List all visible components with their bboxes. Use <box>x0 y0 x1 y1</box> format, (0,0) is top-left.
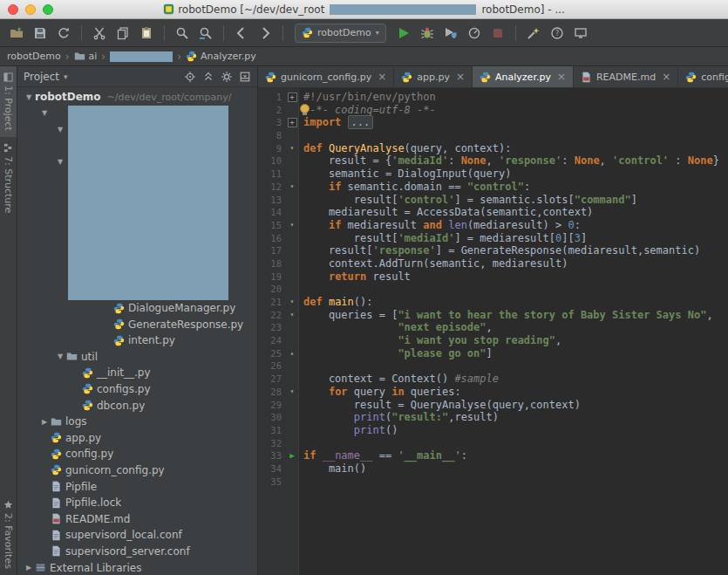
tree-item-pipfile-lock[interactable]: Pipfile.lock <box>17 495 257 511</box>
tree-row-redacted[interactable]: ▼ <box>17 154 257 170</box>
tree-row-redacted[interactable] <box>17 219 257 236</box>
close-tab-icon[interactable]: × <box>378 71 386 83</box>
fold-collapse-icon[interactable]: ▾ <box>286 142 298 155</box>
tree-row-redacted[interactable] <box>17 251 257 268</box>
tree-item-robotdemo[interactable]: ▼robotDemo~/dev/dev_root/company/ <box>17 89 257 106</box>
synchronize-icon[interactable] <box>54 24 73 43</box>
tree-item-logs[interactable]: ▶logs <box>17 414 257 430</box>
tree-item-supervisord-local-conf[interactable]: supervisord_local.conf <box>17 527 257 544</box>
tree-item-readme-md[interactable]: README.md <box>17 510 257 527</box>
tree-row-redacted[interactable] <box>17 170 257 187</box>
tree-collapsed-arrow-icon[interactable]: ▶ <box>23 564 35 572</box>
tree-item-external-libraries[interactable]: ▶External Libraries <box>17 559 257 575</box>
zoom-window-button[interactable] <box>43 4 53 15</box>
tab-analyzer-py[interactable]: Analyzer.py× <box>473 66 574 87</box>
profiler-button[interactable] <box>465 24 484 43</box>
fold-collapse-icon[interactable]: ▾ <box>286 219 298 232</box>
line-number: 11 <box>258 168 286 181</box>
code-text: "please go on"] <box>298 347 493 360</box>
open-icon[interactable] <box>7 24 26 43</box>
fold-collapse-icon[interactable]: ▾ <box>286 309 298 322</box>
fold-collapse-icon[interactable]: ▾ <box>286 181 298 194</box>
tree-expanded-arrow-icon[interactable]: ▼ <box>38 109 51 117</box>
tree-item-dbcon-py[interactable]: dbcon.py <box>17 397 257 414</box>
tree-expanded-arrow-icon[interactable]: ▼ <box>54 158 66 166</box>
fold-expand-icon[interactable]: + <box>286 118 298 127</box>
hide-panel-icon[interactable] <box>239 71 251 83</box>
project-view-selector[interactable]: Project <box>24 71 59 83</box>
forward-icon[interactable] <box>255 24 275 43</box>
tool-window-bar-bottom: 2: Favorites <box>0 494 17 575</box>
tree-row-redacted[interactable]: ▼ <box>17 121 257 138</box>
tab-gunicorn-config-py[interactable]: gunicorn_config.py× <box>258 66 394 87</box>
minimize-window-button[interactable] <box>25 4 36 15</box>
tree-row-redacted[interactable] <box>17 284 257 300</box>
tree-row-redacted[interactable] <box>17 235 257 251</box>
close-window-button[interactable] <box>8 4 18 15</box>
help-icon[interactable]: ? <box>548 24 567 43</box>
tree-row-redacted[interactable] <box>17 268 257 284</box>
tab-app-py[interactable]: app.py× <box>394 66 473 87</box>
run-with-coverage-button[interactable] <box>441 24 460 43</box>
tree-item-config-py[interactable]: config.py <box>17 446 257 462</box>
collapse-all-icon[interactable] <box>202 71 214 83</box>
fold-end-icon[interactable]: ▴ <box>286 347 298 360</box>
tree-item-init-py[interactable]: __init__.py <box>17 365 257 381</box>
tree-expanded-arrow-icon[interactable]: ▼ <box>54 353 66 360</box>
tool-window-button-2-favorites[interactable]: 2: Favorites <box>0 494 17 575</box>
run-config-selector[interactable]: robotDemo▾ <box>295 24 386 43</box>
tree-item-app-py[interactable]: app.py <box>17 429 257 446</box>
project-panel-header: Project ▾ <box>17 66 257 87</box>
cut-icon[interactable] <box>90 24 109 43</box>
replace-icon[interactable] <box>196 24 215 43</box>
tree-item-dialoguemanager-py[interactable]: DialogueManager.py <box>17 300 257 317</box>
save-all-icon[interactable] <box>31 24 50 43</box>
paste-icon[interactable] <box>137 24 156 43</box>
run-line-icon[interactable]: ▶ <box>286 449 298 462</box>
tool-window-button-1-project[interactable]: 1: Project <box>0 66 17 137</box>
1-project-icon <box>3 72 13 82</box>
stop-button[interactable] <box>488 24 507 43</box>
tree-row-redacted[interactable] <box>17 138 257 154</box>
fold-expand-icon[interactable]: + <box>286 92 298 102</box>
tree-collapsed-arrow-icon[interactable]: ▶ <box>38 418 51 426</box>
breadcrumb-robotdemo[interactable]: robotDemo <box>7 51 61 62</box>
tool-window-button-7-structure[interactable]: 7: Structure <box>0 137 17 219</box>
intention-bulb-icon[interactable] <box>300 104 310 113</box>
tree-item-util[interactable]: ▼util <box>17 349 257 366</box>
close-tab-icon[interactable]: × <box>557 71 566 83</box>
tree-item-label: app.py <box>65 432 101 444</box>
close-tab-icon[interactable]: × <box>456 71 465 83</box>
tree-row-redacted[interactable]: ▼ <box>17 106 257 122</box>
code-editor[interactable]: 1+#!/usr/bin/env/python2#-*- coding=utf-… <box>258 88 728 575</box>
find-icon[interactable] <box>173 24 192 43</box>
tree-item-intent-py[interactable]: intent.py <box>17 332 257 349</box>
copy-icon[interactable] <box>113 24 133 43</box>
tree-item-gunicorn-config-py[interactable]: gunicorn_config.py <box>17 462 257 479</box>
breadcrumb-ai[interactable]: ai <box>74 51 98 62</box>
tree-row-redacted[interactable] <box>17 187 257 203</box>
tree-item-generateresponse-py[interactable]: GenerateResponse.py <box>17 316 257 332</box>
tree-item-supervisord-server-conf[interactable]: supervisord_server.conf <box>17 544 257 560</box>
tree-item-label: GenerateResponse.py <box>128 318 243 331</box>
tab-readme-md[interactable]: README.md× <box>574 66 678 87</box>
tree-expanded-arrow-icon[interactable]: ▼ <box>23 93 35 101</box>
breadcrumb-analyzer-py[interactable]: Analyzer.py <box>186 51 256 62</box>
code-line-8: 8 <box>258 129 728 142</box>
tree-item-configs-py[interactable]: configs.py <box>17 381 257 398</box>
debug-button[interactable] <box>418 24 437 43</box>
settings-gear-icon[interactable] <box>221 71 233 83</box>
fold-collapse-icon[interactable]: ▾ <box>286 296 298 309</box>
tree-row-redacted[interactable] <box>17 202 257 219</box>
code-line-21: 21▾def main(): <box>258 296 728 309</box>
run-button[interactable] <box>394 24 413 43</box>
locate-icon[interactable] <box>184 71 196 83</box>
close-tab-icon[interactable]: × <box>662 71 670 83</box>
back-icon[interactable] <box>232 24 251 43</box>
tree-expanded-arrow-icon[interactable]: ▼ <box>54 126 66 133</box>
tree-item-pipfile[interactable]: Pipfile <box>17 478 257 495</box>
tab-config-py[interactable]: config.py× <box>678 66 728 87</box>
search-everywhere-icon[interactable] <box>524 24 543 43</box>
tool-windows-icon[interactable] <box>571 24 590 43</box>
fold-collapse-icon[interactable]: ▾ <box>286 386 298 399</box>
